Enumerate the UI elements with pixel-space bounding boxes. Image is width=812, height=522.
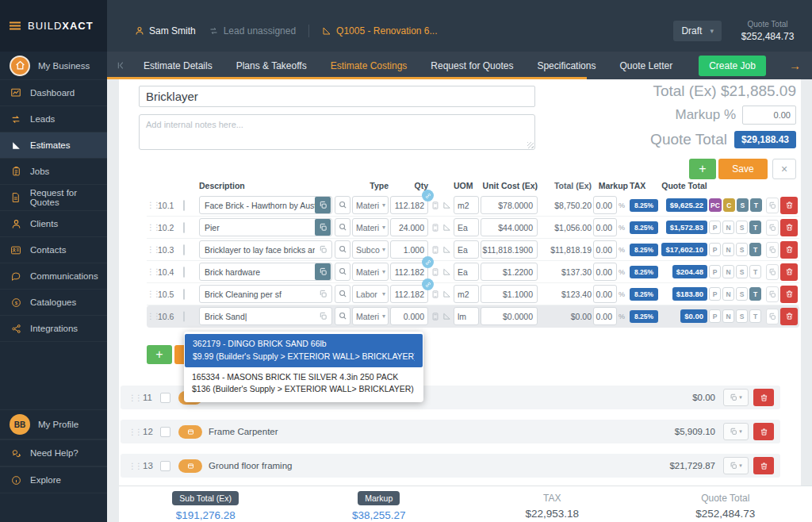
row-checkbox[interactable] [183,267,185,278]
flag-badge[interactable]: S [736,221,748,234]
drag-handle-icon[interactable]: ⋮⋮ [147,290,156,298]
sidebar-item-explore[interactable]: Explore [0,466,107,493]
flag-badge[interactable]: S [736,287,748,301]
unit-cost-input[interactable]: $1.2200 [481,263,538,281]
tax-badge[interactable]: 8.25% [630,266,658,278]
uom-input[interactable]: Ea [454,263,479,281]
qty-input[interactable]: 1.000 [390,240,428,259]
sidebar-item-leads[interactable]: Leads [0,106,107,132]
tab-request-for-quotes[interactable]: Request for Quotes [419,53,525,79]
calculator-icon[interactable] [430,312,440,321]
description-input[interactable]: Brick Cleaning per sf [199,285,332,303]
lead-status[interactable]: Lead unassigned [209,25,296,36]
cost-centre-pill-icon[interactable] [178,459,202,473]
calculator-icon[interactable] [430,201,440,210]
type-select[interactable]: Labor▾ [352,285,389,303]
copy-description-button[interactable] [315,219,331,236]
row-checkbox[interactable] [183,222,185,233]
flag-badge[interactable]: N [722,265,734,278]
tax-badge[interactable]: 8.25% [630,221,658,234]
delete-row-button[interactable] [780,219,798,236]
copy-description-button[interactable] [315,286,331,302]
flag-badge[interactable]: S [736,243,748,256]
copy-row-button[interactable] [766,242,779,258]
markup-input[interactable]: 0.00 [593,307,617,325]
calculator-icon[interactable] [430,223,440,232]
unit-cost-input[interactable]: $11,818.1900 [481,240,538,259]
uom-input[interactable]: m2 [454,196,479,214]
drag-handle-icon[interactable]: ⋮⋮ [147,201,156,209]
section-row[interactable]: ⋮⋮ 13 Ground floor framing $21,729.87 ▾ [121,454,780,478]
drag-handle-icon[interactable]: ⋮⋮ [128,462,138,470]
takeoff-icon[interactable] [442,245,452,254]
flag-badge[interactable]: T [749,265,761,278]
sidebar-item-my-profile[interactable]: BB My Profile [0,409,107,439]
copy-row-button[interactable] [766,264,779,280]
drag-handle-icon[interactable]: ⋮⋮ [128,428,138,436]
drag-handle-icon[interactable]: ⋮⋮ [147,245,156,254]
tab-plans-takeoffs[interactable]: Plans & Takeoffs [224,53,319,79]
search-catalogue-button[interactable] [335,218,350,236]
flag-badge[interactable]: N [722,243,734,256]
description-input[interactable]: Bricklayer to lay face bricks and piers … [199,240,332,259]
tax-badge[interactable]: 8.25% [630,288,658,301]
cost-centre-name-input[interactable] [139,86,535,107]
markup-input[interactable]: 0.00 [593,218,617,236]
row-checkbox[interactable] [183,289,185,300]
search-catalogue-button[interactable] [335,240,350,259]
tax-badge[interactable]: 8.25% [630,310,658,323]
copy-section-dropdown-button[interactable]: ▾ [723,389,749,406]
qty-input[interactable]: 24.000 [390,218,428,236]
tab-estimate-details[interactable]: Estimate Details [132,53,224,79]
sidebar-item-jobs[interactable]: Jobs [0,159,107,185]
collapse-sidebar-icon[interactable] [115,60,125,71]
takeoff-icon[interactable] [442,267,452,276]
calculator-icon[interactable] [430,267,440,277]
copy-row-button[interactable] [766,198,779,213]
search-catalogue-button[interactable] [335,263,350,281]
calculator-icon[interactable] [430,290,440,299]
sidebar-item-communications[interactable]: Communications [0,263,107,290]
markup-input[interactable]: 0.00 [593,285,617,303]
tab-quote-letter[interactable]: Quote Letter [607,53,684,79]
sidebar-item-integrations[interactable]: Integrations [0,316,107,342]
uom-input[interactable]: Ea [454,240,479,259]
cost-centre-pill-icon[interactable] [178,425,202,439]
sidebar-item-catalogues[interactable]: $ Catalogues [0,290,107,316]
search-catalogue-button[interactable] [335,307,350,325]
delete-row-button[interactable] [780,241,798,259]
takeoff-icon[interactable] [442,312,452,320]
sidebar-item-need-help[interactable]: Need Help? [0,439,107,466]
sidebar-item-estimates[interactable]: Estimates [0,132,107,159]
copy-description-button[interactable] [315,197,331,213]
flag-badge[interactable]: C [723,198,735,212]
unit-cost-input[interactable]: $1.1000 [481,285,538,303]
sidebar-item-dashboard[interactable]: Dashboard [0,80,107,106]
flag-badge[interactable]: S [736,265,748,278]
flag-badge[interactable]: T [749,221,761,234]
delete-row-button[interactable] [780,308,798,325]
unit-cost-input[interactable]: $78.0000 [481,196,538,214]
copy-row-button[interactable] [766,309,779,324]
unit-cost-input[interactable]: $44.0000 [481,218,538,236]
flag-badge[interactable]: N [722,287,734,301]
drag-handle-icon[interactable]: ⋮⋮ [147,267,156,276]
copy-row-button[interactable] [766,220,779,236]
add-item-button[interactable]: + [689,159,716,179]
flag-badge[interactable]: T [750,198,762,212]
copy-section-dropdown-button[interactable]: ▾ [723,423,749,440]
row-checkbox[interactable] [183,311,185,322]
flag-badge[interactable]: N [722,221,734,234]
flag-badge[interactable]: T [749,309,761,323]
hamburger-menu-icon[interactable] [10,21,21,30]
suggestion-item[interactable]: 165334 - MASONS BRICK TIE SILVER 4.3in 2… [184,367,423,401]
resize-handle[interactable] [527,142,534,148]
delete-section-button[interactable] [753,423,774,440]
estimate-reference[interactable]: Q1005 - Renovation 6... [322,25,437,36]
tab-specifications[interactable]: Specifications [525,53,607,79]
subtotal-value[interactable]: $191,276.28 [119,509,292,521]
type-select[interactable]: Materi▾ [352,218,389,236]
copy-section-dropdown-button[interactable]: ▾ [723,457,749,474]
delete-section-button[interactable] [753,389,774,406]
assigned-user[interactable]: Sam Smith [135,25,196,36]
